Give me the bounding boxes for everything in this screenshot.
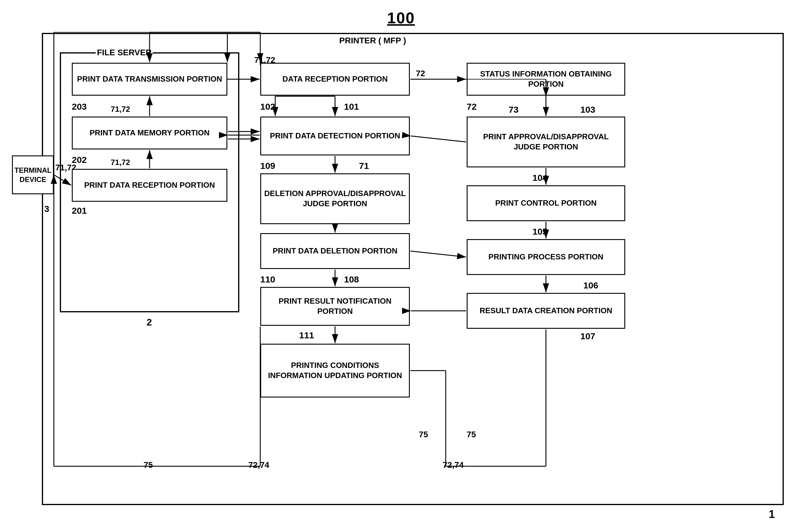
deletion-approval-box: DELETION APPROVAL/DISAPPROVAL JUDGE PORT… xyxy=(260,173,410,224)
num-1: 1 xyxy=(769,508,775,521)
print-result-notification-box: PRINT RESULT NOTIFICATION PORTION xyxy=(260,287,410,326)
num-110: 110 xyxy=(260,274,275,285)
printing-process-box: PRINTING PROCESS PORTION xyxy=(467,239,625,275)
num-3: 3 xyxy=(44,204,49,214)
print-data-transmission-box: PRINT DATA TRANSMISSION PORTION xyxy=(72,63,227,96)
printing-conditions-box: PRINTING CONDITIONS INFORMATION UPDATING… xyxy=(260,344,410,398)
print-data-detection-box: PRINT DATA DETECTION PORTION xyxy=(260,117,410,155)
num-71-72-c: 71,72 xyxy=(111,158,130,167)
num-201: 201 xyxy=(72,206,87,216)
num-202: 202 xyxy=(72,155,87,165)
diagram: 100 FILE SERVER PRINTER ( MFP ) TERMINAL… xyxy=(0,0,802,532)
print-data-memory-box: PRINT DATA MEMORY PORTION xyxy=(72,117,227,149)
print-data-deletion-box: PRINT DATA DELETION PORTION xyxy=(260,233,410,269)
num-203: 203 xyxy=(72,102,87,112)
num-106: 106 xyxy=(583,280,598,290)
num-71-72-b: 71,72 xyxy=(111,104,130,114)
num-109: 109 xyxy=(260,161,275,171)
num-103: 103 xyxy=(580,104,595,115)
num-73: 73 xyxy=(509,104,518,115)
num-104: 104 xyxy=(532,173,547,183)
num-111: 111 xyxy=(299,330,314,340)
num-75-b: 75 xyxy=(419,430,428,439)
num-101: 101 xyxy=(344,102,359,112)
data-reception-box: DATA RECEPTION PORTION xyxy=(260,63,410,96)
file-server-label: FILE SERVER xyxy=(96,48,153,57)
result-data-creation-box: RESULT DATA CREATION PORTION xyxy=(467,293,625,329)
num-72-74-a: 72,74 xyxy=(248,460,269,470)
print-data-reception-fs-box: PRINT DATA RECEPTION PORTION xyxy=(72,169,227,202)
num-75-c: 75 xyxy=(467,430,476,439)
terminal-device-box: TERMINAL DEVICE xyxy=(12,155,54,194)
num-108: 108 xyxy=(344,274,359,285)
diagram-title: 100 xyxy=(387,9,415,27)
num-2: 2 xyxy=(147,317,152,328)
num-71-a: 71 xyxy=(359,161,369,171)
status-information-box: STATUS INFORMATION OBTAINING PORTION xyxy=(467,63,625,96)
num-72-a: 72 xyxy=(467,102,476,112)
num-75-a: 75 xyxy=(144,460,153,470)
num-72-b: 72 xyxy=(416,69,425,78)
num-105: 105 xyxy=(532,227,547,237)
num-72-74-b: 72,74 xyxy=(443,460,464,470)
num-107: 107 xyxy=(580,331,595,341)
printer-mfp-label: PRINTER ( MFP ) xyxy=(338,36,407,45)
num-102: 102 xyxy=(260,102,275,112)
print-control-box: PRINT CONTROL PORTION xyxy=(467,185,625,221)
print-approval-box: PRINT APPROVAL/DISAPPROVAL JUDGE PORTION xyxy=(467,117,625,167)
